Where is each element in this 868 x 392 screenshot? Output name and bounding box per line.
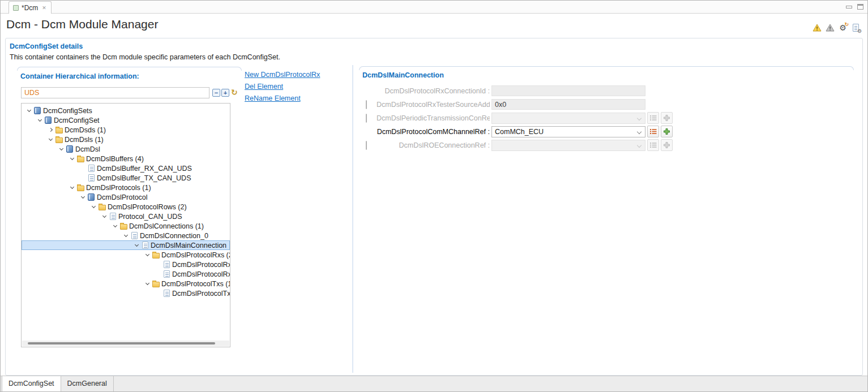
tree-row[interactable]: DcmDslBuffers (4): [22, 154, 230, 163]
page-tab-dcmconfigset[interactable]: DcmConfigSet: [2, 376, 61, 391]
hierarchy-heading: Container Hierarchical information:: [20, 72, 139, 80]
tree-row[interactable]: DcmDslProtocolRxs (2): [22, 250, 230, 260]
tree-row[interactable]: DcmDslMainConnection: [22, 240, 230, 250]
tree-item-label: DcmDsds (1): [65, 126, 106, 134]
tree-row[interactable]: Protocol_CAN_UDS: [22, 212, 230, 221]
expander-down-icon[interactable]: [144, 255, 151, 256]
editor-tab-dcm[interactable]: *Dcm ✕: [8, 1, 52, 14]
editor-file-icon: [13, 5, 19, 11]
tree-row[interactable]: DcmDslBuffer_RX_CAN_UDS: [22, 163, 230, 173]
add-reference-button: [661, 139, 673, 151]
expander-down-icon[interactable]: [101, 216, 108, 217]
tree-row[interactable]: DcmDsl: [22, 144, 230, 154]
sync-gear-icon[interactable]: ⚙ ↻: [838, 23, 848, 32]
parameter-combo[interactable]: ComMCh_ECU: [491, 126, 645, 137]
collapse-all-button[interactable]: −: [212, 89, 220, 97]
tree-row[interactable]: DcmDslBuffer_TX_CAN_UDS: [22, 173, 230, 183]
tree-row[interactable]: DcmDsls (1): [22, 135, 230, 144]
warning-yellow-icon: [812, 23, 822, 32]
details-description: This container containers the Dcm module…: [10, 53, 280, 61]
browse-list-button: [647, 139, 659, 151]
checkbox-cell: [366, 101, 375, 109]
folder-icon: [119, 223, 127, 230]
tree-item-label: DcmDslConnection_0: [140, 232, 208, 240]
header-icons: ⚙ ↻ ⚙: [812, 23, 861, 32]
parameter-checkbox[interactable]: [366, 100, 367, 109]
doc-icon: [87, 165, 95, 172]
module-icon: [33, 107, 41, 114]
doc-icon: [141, 242, 149, 249]
tree-item-label: DcmDslBuffer_RX_CAN_UDS: [97, 165, 192, 173]
tree-row[interactable]: DcmDslConnection_0: [22, 231, 230, 240]
tree-row[interactable]: DcmDslProtocol: [22, 192, 230, 202]
expander-down-icon[interactable]: [36, 120, 43, 121]
tree-row[interactable]: DcmConfigSet: [22, 115, 230, 125]
tree-row[interactable]: DcmDslProtocolRx_PHY: [22, 269, 230, 279]
doc-icon: [87, 174, 95, 182]
tree-item-label: DcmDslMainConnection: [151, 242, 226, 249]
expander-down-icon[interactable]: [58, 149, 65, 150]
parameter-label: DcmDslProtocolComMChannelRef :: [377, 128, 490, 136]
generate-document-icon[interactable]: ⚙: [851, 23, 861, 32]
config-form-area: DcmConfigSet details This container cont…: [5, 38, 863, 376]
expander-down-icon[interactable]: [122, 235, 129, 236]
tree-item-label: DcmDslProtocolTxs (1): [161, 280, 230, 288]
close-icon[interactable]: ✕: [42, 5, 46, 11]
expander-down-icon[interactable]: [144, 283, 151, 285]
filter-input[interactable]: [21, 87, 209, 98]
expander-down-icon[interactable]: [25, 110, 32, 111]
action-links: New DcmDslProtocolRxDel ElementReName El…: [245, 71, 320, 102]
form-row: DcmDslPeriodicTransmissionConRef :: [360, 112, 854, 124]
add-reference-button[interactable]: [661, 126, 673, 137]
expand-all-button[interactable]: +: [221, 89, 229, 97]
tree-filter-row: − + ↻: [21, 87, 241, 98]
editor-tab-bar: *Dcm ✕: [1, 1, 867, 14]
folder-icon: [98, 204, 106, 210]
expander-down-icon[interactable]: [69, 158, 75, 160]
expander-down-icon[interactable]: [79, 197, 86, 198]
parameter-label: DcmDslPeriodicTransmissionConRef :: [377, 114, 490, 122]
checkbox-cell: [366, 114, 375, 122]
scrollbar-thumb[interactable]: [28, 342, 215, 344]
tree-row[interactable]: DcmDslConnections (1): [22, 221, 230, 231]
action-link-new-dcmdslprotocolrx[interactable]: New DcmDslProtocolRx: [245, 71, 320, 79]
minimize-icon[interactable]: [846, 6, 852, 8]
browse-list-button: [647, 112, 659, 124]
tree-row[interactable]: DcmDslProtocolRows (2): [22, 202, 230, 212]
expander-down-icon[interactable]: [69, 187, 75, 188]
form-row: DcmDslProtocolRxConnectionId :: [360, 85, 854, 97]
parameter-input: [491, 85, 645, 96]
expander-down-icon[interactable]: [112, 226, 118, 227]
tree-item-label: DcmDslProtocolRows (2): [108, 203, 187, 211]
tree-row[interactable]: DcmDslProtocolTxs (1): [22, 279, 230, 288]
horizontal-scrollbar[interactable]: [22, 341, 229, 346]
action-link-rename-element[interactable]: ReName Element: [245, 94, 320, 102]
parameter-checkbox[interactable]: [366, 114, 367, 123]
tree-row[interactable]: DcmConfigSets: [22, 106, 230, 115]
doc-icon: [163, 270, 170, 278]
tree-item-label: DcmDslConnections (1): [129, 222, 204, 230]
tree-row[interactable]: DcmDslProtocolRx_FUNC: [22, 260, 230, 269]
parameter-checkbox[interactable]: [366, 141, 367, 150]
tree-row[interactable]: DcmDslProtocolTx: [22, 288, 230, 298]
refresh-icon[interactable]: ↻: [231, 88, 238, 97]
details-heading: DcmConfigSet details: [10, 42, 83, 50]
expander-right-icon[interactable]: [47, 128, 54, 131]
dcm-editor-window: *Dcm ✕ Dcm - Dcm Module Manager ⚙ ↻ ⚙: [0, 0, 868, 392]
expander-down-icon[interactable]: [90, 206, 97, 208]
expander-down-icon[interactable]: [47, 139, 54, 140]
window-controls: [846, 4, 863, 10]
action-link-del-element[interactable]: Del Element: [245, 83, 320, 91]
folder-icon: [152, 281, 160, 287]
browse-list-button[interactable]: [647, 126, 659, 137]
combo-cell: [491, 113, 645, 124]
section-border: [359, 66, 854, 70]
form-row: DcmDslROEConnectionRef :: [360, 139, 854, 151]
tree-row[interactable]: DcmDslProtocols (1): [22, 183, 230, 192]
tree-item-label: DcmConfigSets: [43, 107, 92, 115]
tree-row[interactable]: DcmDsds (1): [22, 125, 230, 135]
maximize-icon[interactable]: [857, 4, 863, 10]
expander-down-icon[interactable]: [133, 245, 140, 246]
form-row: DcmDslProtocolComMChannelRef :ComMCh_ECU: [360, 126, 854, 137]
page-tab-dcmgeneral[interactable]: DcmGeneral: [61, 376, 114, 391]
